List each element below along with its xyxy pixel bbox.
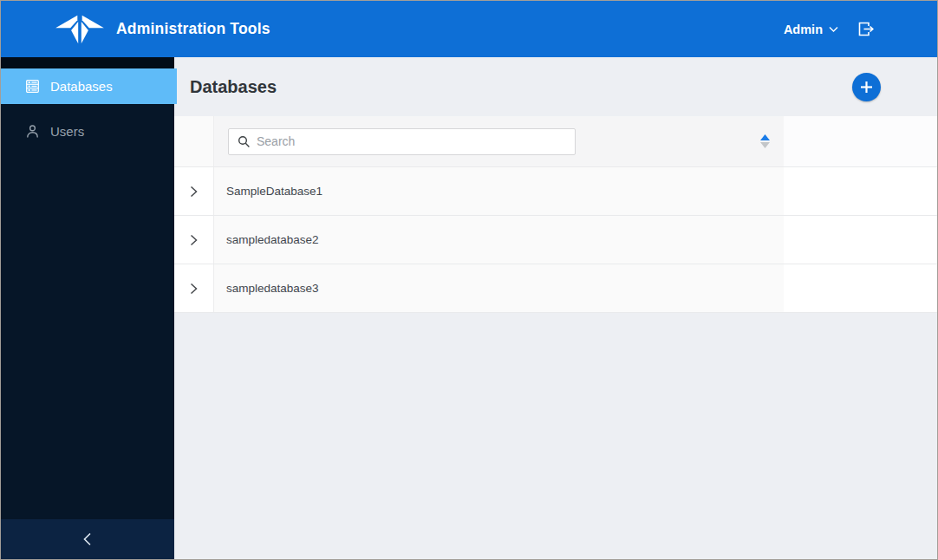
database-grid-icon (25, 79, 40, 94)
chevron-right-icon (190, 283, 198, 295)
search-box (228, 128, 576, 155)
databases-grid: SampleDatabase1 sampledatabase2 sample (174, 116, 937, 313)
database-name: SampleDatabase1 (226, 185, 322, 198)
user-menu-button[interactable]: Admin (784, 23, 838, 36)
sidebar-item-databases[interactable]: Databases (1, 68, 177, 104)
sign-out-button[interactable] (856, 19, 876, 40)
table-row[interactable]: sampledatabase3 (174, 264, 937, 313)
expander-column-header (174, 116, 214, 166)
search-icon (238, 135, 251, 148)
sidebar: Databases Users (1, 57, 174, 559)
sidebar-item-users[interactable]: Users (1, 114, 174, 149)
table-row[interactable]: sampledatabase2 (174, 216, 937, 264)
database-name: sampledatabase3 (226, 282, 319, 295)
top-header-bar: Administration Tools Admin (1, 1, 937, 57)
sidebar-item-label: Databases (50, 79, 113, 94)
sort-desc-icon (760, 142, 770, 148)
database-name: sampledatabase2 (226, 233, 319, 246)
table-row[interactable]: SampleDatabase1 (174, 167, 937, 216)
grid-toolbar-row (174, 116, 937, 167)
sidebar-collapse-button[interactable] (1, 519, 174, 559)
user-menu-label: Admin (784, 23, 823, 36)
chevron-right-icon (190, 234, 198, 246)
expand-row-button[interactable] (174, 264, 213, 312)
expand-row-button[interactable] (174, 216, 213, 264)
main-content: Databases (174, 57, 937, 559)
table-body: SampleDatabase1 sampledatabase2 sample (174, 167, 937, 313)
page-title: Databases (190, 77, 277, 97)
row-expander-cell (174, 167, 214, 215)
database-name-cell: sampledatabase3 (214, 264, 784, 312)
sidebar-item-label: Users (50, 124, 84, 139)
toolbar-right-cell (784, 116, 937, 166)
add-database-button[interactable] (852, 73, 881, 101)
sort-toggle-button[interactable] (759, 133, 771, 150)
trimble-logo-icon (55, 14, 105, 45)
chevron-left-icon (83, 532, 92, 546)
plus-icon (860, 81, 873, 94)
database-name-cell: SampleDatabase1 (214, 167, 784, 215)
sign-out-icon (856, 19, 876, 39)
user-icon (25, 124, 40, 139)
search-input[interactable] (251, 129, 575, 154)
app-title: Administration Tools (116, 20, 270, 38)
row-right-cell (784, 264, 937, 312)
sidebar-nav: Databases Users (1, 57, 174, 149)
row-right-cell (784, 167, 937, 215)
expand-row-button[interactable] (174, 167, 213, 215)
page-title-bar: Databases (174, 57, 937, 116)
search-column-header (214, 116, 784, 166)
app-window: Administration Tools Admin (0, 0, 938, 560)
row-right-cell (784, 216, 937, 264)
sort-asc-icon (760, 134, 770, 140)
row-expander-cell (174, 216, 214, 264)
row-expander-cell (174, 264, 214, 312)
chevron-right-icon (190, 186, 198, 198)
chevron-down-icon (829, 26, 838, 33)
database-name-cell: sampledatabase2 (214, 216, 784, 264)
